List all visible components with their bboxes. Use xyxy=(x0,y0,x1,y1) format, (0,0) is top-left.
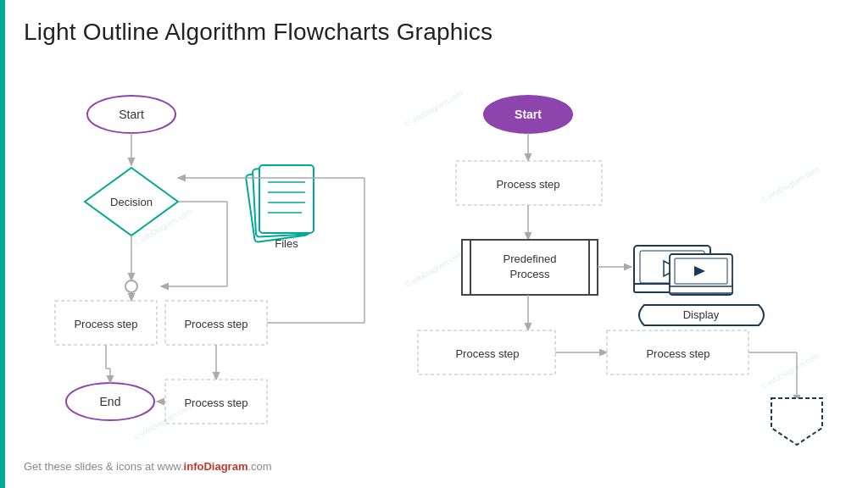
svg-text:© infoDiagram.com: © infoDiagram.com xyxy=(403,249,465,289)
svg-text:Process step: Process step xyxy=(646,347,709,360)
footer-brand: infoDiagram xyxy=(184,460,248,473)
svg-text:End: End xyxy=(100,395,121,408)
svg-text:Process step: Process step xyxy=(455,347,519,360)
svg-point-13 xyxy=(125,280,137,292)
svg-text:Process step: Process step xyxy=(184,396,248,409)
footer-text: Get these slides & icons at www.infoDiag… xyxy=(24,460,272,473)
svg-rect-7 xyxy=(259,165,314,233)
svg-text:Predefined: Predefined xyxy=(504,252,557,265)
flowchart-canvas: Start Decision Files Process step Proces… xyxy=(0,76,868,466)
svg-text:Display: Display xyxy=(683,308,720,321)
svg-text:© infoDiagram.com: © infoDiagram.com xyxy=(403,88,465,128)
page-title: Light Outline Algorithm Flowcharts Graph… xyxy=(24,19,492,46)
svg-text:Process step: Process step xyxy=(184,318,248,330)
svg-text:Start: Start xyxy=(515,108,542,121)
svg-text:Files: Files xyxy=(275,237,298,250)
svg-text:Process step: Process step xyxy=(74,318,137,330)
svg-text:Process: Process xyxy=(510,268,550,280)
svg-rect-61 xyxy=(670,286,732,293)
svg-text:Decision: Decision xyxy=(110,196,153,208)
svg-text:Process step: Process step xyxy=(496,178,559,191)
svg-text:© infoDiagram.com: © infoDiagram.com xyxy=(760,164,821,204)
svg-text:Start: Start xyxy=(119,108,144,121)
svg-text:© infoDiagram.com: © infoDiagram.com xyxy=(760,351,821,391)
